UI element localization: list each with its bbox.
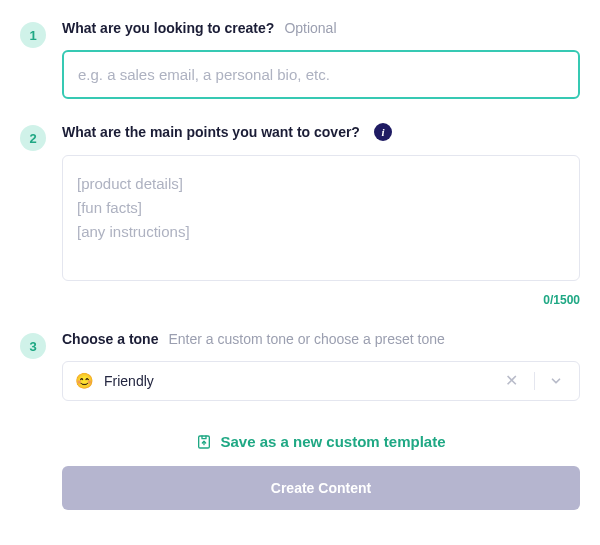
tone-value: Friendly <box>104 373 489 389</box>
step-badge-2: 2 <box>20 125 46 151</box>
step-badge-1: 1 <box>20 22 46 48</box>
step-body-1: What are you looking to create? Optional <box>62 20 580 99</box>
create-content-button[interactable]: Create Content <box>62 466 580 510</box>
tone-divider <box>534 372 535 390</box>
step-body-3: Choose a tone Enter a custom tone or cho… <box>62 331 580 401</box>
chevron-down-icon[interactable] <box>545 374 567 388</box>
save-template-label: Save as a new custom template <box>220 433 445 450</box>
step-badge-3: 3 <box>20 333 46 359</box>
step-create: 1 What are you looking to create? Option… <box>20 20 580 99</box>
step-points: 2 What are the main points you want to c… <box>20 123 580 307</box>
step-1-label-row: What are you looking to create? Optional <box>62 20 580 36</box>
save-icon <box>196 434 212 450</box>
tone-emoji-icon: 😊 <box>75 372 94 390</box>
step-body-2: What are the main points you want to cov… <box>62 123 580 307</box>
char-counter: 0/1500 <box>62 293 580 307</box>
step-1-optional: Optional <box>284 20 336 36</box>
save-template-link[interactable]: Save as a new custom template <box>62 433 580 450</box>
step-2-label-row: What are the main points you want to cov… <box>62 123 580 141</box>
tone-select[interactable]: 😊 Friendly ✕ <box>62 361 580 401</box>
bottom-area: Save as a new custom template Create Con… <box>20 433 580 510</box>
step-3-label-row: Choose a tone Enter a custom tone or cho… <box>62 331 580 347</box>
points-textarea[interactable] <box>62 155 580 281</box>
clear-icon[interactable]: ✕ <box>499 373 524 389</box>
step-2-label: What are the main points you want to cov… <box>62 124 360 140</box>
step-tone: 3 Choose a tone Enter a custom tone or c… <box>20 331 580 401</box>
step-3-hint: Enter a custom tone or choose a preset t… <box>168 331 444 347</box>
step-3-label: Choose a tone <box>62 331 158 347</box>
create-input[interactable] <box>62 50 580 99</box>
step-1-label: What are you looking to create? <box>62 20 274 36</box>
info-icon[interactable]: i <box>374 123 392 141</box>
